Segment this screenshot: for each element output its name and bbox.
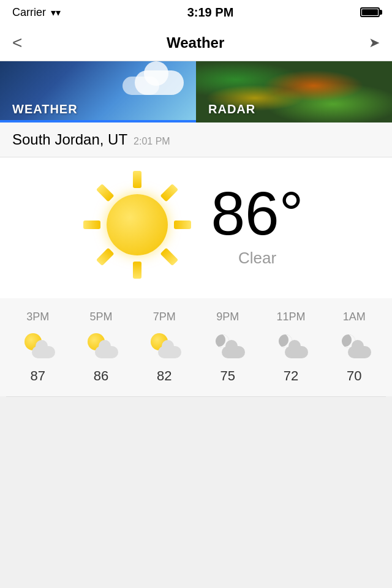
location-button[interactable]: ➤	[369, 35, 380, 51]
page-title: Weather	[167, 34, 224, 51]
sun-ray-2	[174, 221, 191, 229]
hour-temp-3: 75	[206, 368, 249, 384]
hour-icon-0	[20, 332, 56, 360]
cloud-decoration-2	[123, 77, 159, 95]
mini-cloud	[285, 346, 308, 358]
bottom-divider	[6, 396, 386, 397]
mini-cloud	[348, 346, 371, 358]
sun-ray-3	[160, 247, 179, 266]
hour-icon-5	[336, 332, 372, 360]
wifi-icon: ▾▾	[51, 7, 61, 18]
tab-bar: WEATHER RADAR	[0, 61, 392, 123]
tab-weather-label: WEATHER	[12, 102, 78, 116]
hour-temp-4: 72	[270, 368, 312, 384]
hourly-icons-row	[0, 332, 392, 360]
weather-main: 86° Clear	[0, 157, 392, 298]
hour-label-4: 11PM	[270, 311, 312, 323]
hour-temp-5: 70	[333, 368, 375, 384]
tab-radar[interactable]: RADAR	[196, 61, 392, 123]
location-bar: South Jordan, UT 2:01 PM	[0, 123, 392, 157]
hour-icon-2	[146, 332, 183, 360]
nav-bar: < Weather ➤	[0, 24, 392, 61]
hour-temp-0: 87	[17, 368, 59, 384]
mini-cloud	[222, 346, 245, 358]
hour-icon-1	[83, 332, 119, 360]
hour-icon-4	[273, 332, 309, 360]
tab-weather[interactable]: WEATHER	[0, 61, 196, 123]
hour-label-5: 1AM	[333, 311, 375, 323]
hour-label-2: 7PM	[143, 311, 186, 323]
status-time: 3:19 PM	[187, 6, 234, 20]
battery-icon	[360, 7, 380, 17]
mini-cloud	[32, 346, 55, 358]
hourly-temps-row: 878682757270	[0, 368, 392, 384]
condition-display: Clear	[238, 249, 276, 268]
hour-label-1: 5PM	[80, 311, 123, 323]
sun-ray-7	[96, 184, 115, 202]
sun-ray-6	[83, 221, 100, 229]
hour-temp-1: 86	[80, 368, 123, 384]
weather-icon-sun	[88, 176, 186, 274]
hour-label-3: 9PM	[206, 311, 249, 323]
sun-ray-4	[133, 262, 141, 279]
sun-ray-5	[96, 247, 115, 266]
temp-condition: 86° Clear	[211, 183, 303, 268]
carrier-label: Carrier	[12, 6, 46, 19]
hourly-section: 3PM5PM7PM9PM11PM1AM 878682757270	[0, 298, 392, 396]
mini-cloud	[95, 346, 118, 358]
location-time: 2:01 PM	[134, 136, 170, 147]
hourly-times-row: 3PM5PM7PM9PM11PM1AM	[0, 311, 392, 323]
status-right	[360, 7, 380, 17]
battery-fill	[362, 9, 378, 15]
location-name: South Jordan, UT	[12, 131, 127, 148]
sun-body	[107, 194, 168, 255]
sun-ray-1	[160, 184, 179, 202]
status-left: Carrier ▾▾	[12, 6, 61, 19]
hour-label-0: 3PM	[17, 311, 59, 323]
sun-ray-0	[133, 171, 141, 188]
status-bar: Carrier ▾▾ 3:19 PM	[0, 0, 392, 24]
hour-temp-2: 82	[143, 368, 186, 384]
temperature-display: 86°	[211, 183, 303, 244]
back-button[interactable]: <	[12, 33, 22, 53]
tab-radar-label: RADAR	[208, 102, 255, 116]
mini-cloud	[158, 346, 181, 358]
hour-icon-3	[209, 332, 246, 360]
